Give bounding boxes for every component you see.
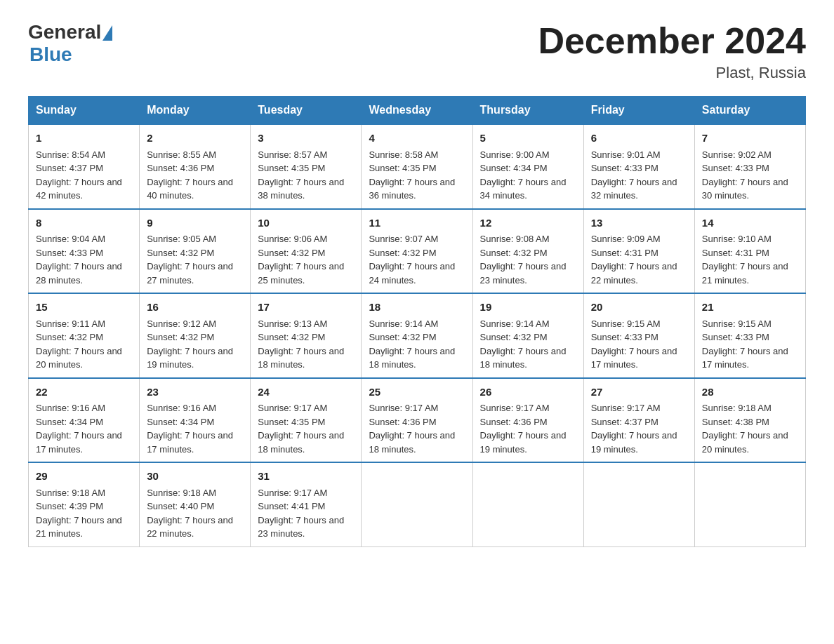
- calendar-cell: 27Sunrise: 9:17 AMSunset: 4:37 PMDayligh…: [583, 378, 694, 463]
- day-number: 23: [147, 384, 243, 401]
- location-label: Plast, Russia: [538, 64, 806, 82]
- day-number: 11: [369, 215, 465, 232]
- day-of-week-header: Friday: [583, 97, 694, 125]
- calendar-week-row: 1Sunrise: 8:54 AMSunset: 4:37 PMDaylight…: [29, 124, 806, 209]
- calendar-cell: 29Sunrise: 9:18 AMSunset: 4:39 PMDayligh…: [29, 462, 140, 546]
- day-number: 29: [36, 469, 132, 485]
- month-title: December 2024: [538, 21, 806, 61]
- day-number: 6: [591, 130, 687, 147]
- calendar-week-row: 15Sunrise: 9:11 AMSunset: 4:32 PMDayligh…: [29, 293, 806, 378]
- calendar-week-row: 29Sunrise: 9:18 AMSunset: 4:39 PMDayligh…: [29, 462, 806, 546]
- day-number: 19: [480, 300, 576, 316]
- calendar-cell: 15Sunrise: 9:11 AMSunset: 4:32 PMDayligh…: [29, 293, 140, 378]
- day-of-week-header: Tuesday: [251, 97, 362, 125]
- calendar-cell: 26Sunrise: 9:17 AMSunset: 4:36 PMDayligh…: [472, 378, 583, 463]
- calendar-cell: 14Sunrise: 9:10 AMSunset: 4:31 PMDayligh…: [694, 209, 805, 294]
- calendar-cell: 16Sunrise: 9:12 AMSunset: 4:32 PMDayligh…: [140, 293, 251, 378]
- calendar-cell: 19Sunrise: 9:14 AMSunset: 4:32 PMDayligh…: [472, 293, 583, 378]
- day-of-week-header: Monday: [140, 97, 251, 125]
- day-number: 15: [36, 300, 132, 316]
- calendar-cell: 1Sunrise: 8:54 AMSunset: 4:37 PMDaylight…: [29, 124, 140, 209]
- calendar-week-row: 22Sunrise: 9:16 AMSunset: 4:34 PMDayligh…: [29, 378, 806, 463]
- calendar-cell: [694, 462, 805, 546]
- calendar-cell: [583, 462, 694, 546]
- calendar-header-row: SundayMondayTuesdayWednesdayThursdayFrid…: [29, 97, 806, 125]
- logo: General Blue: [28, 21, 112, 66]
- day-number: 14: [702, 215, 798, 232]
- day-number: 1: [36, 130, 132, 147]
- day-number: 31: [258, 469, 354, 485]
- day-number: 10: [258, 215, 354, 232]
- day-number: 18: [369, 300, 465, 316]
- day-of-week-header: Sunday: [29, 97, 140, 125]
- calendar-cell: 28Sunrise: 9:18 AMSunset: 4:38 PMDayligh…: [694, 378, 805, 463]
- day-number: 17: [258, 300, 354, 316]
- calendar-cell: 31Sunrise: 9:17 AMSunset: 4:41 PMDayligh…: [251, 462, 362, 546]
- calendar-cell: 12Sunrise: 9:08 AMSunset: 4:32 PMDayligh…: [472, 209, 583, 294]
- calendar-cell: 10Sunrise: 9:06 AMSunset: 4:32 PMDayligh…: [251, 209, 362, 294]
- calendar-cell: 5Sunrise: 9:00 AMSunset: 4:34 PMDaylight…: [472, 124, 583, 209]
- calendar-cell: 25Sunrise: 9:17 AMSunset: 4:36 PMDayligh…: [362, 378, 472, 463]
- page-header: General Blue December 2024 Plast, Russia: [28, 21, 806, 82]
- calendar-cell: [362, 462, 472, 546]
- day-number: 13: [591, 215, 687, 232]
- logo-arrow-icon: [102, 25, 112, 41]
- calendar-cell: 22Sunrise: 9:16 AMSunset: 4:34 PMDayligh…: [29, 378, 140, 463]
- day-number: 5: [480, 130, 576, 147]
- calendar-cell: 7Sunrise: 9:02 AMSunset: 4:33 PMDaylight…: [694, 124, 805, 209]
- day-number: 20: [591, 300, 687, 316]
- calendar-cell: [472, 462, 583, 546]
- logo-general-text: General: [28, 21, 101, 43]
- day-number: 7: [702, 130, 798, 147]
- day-number: 24: [258, 384, 354, 401]
- day-number: 22: [36, 384, 132, 401]
- day-number: 4: [369, 130, 465, 147]
- calendar-table: SundayMondayTuesdayWednesdayThursdayFrid…: [28, 96, 806, 547]
- calendar-cell: 23Sunrise: 9:16 AMSunset: 4:34 PMDayligh…: [140, 378, 251, 463]
- day-of-week-header: Thursday: [472, 97, 583, 125]
- day-number: 30: [147, 469, 243, 485]
- day-number: 8: [36, 215, 132, 232]
- calendar-cell: 4Sunrise: 8:58 AMSunset: 4:35 PMDaylight…: [362, 124, 472, 209]
- calendar-cell: 9Sunrise: 9:05 AMSunset: 4:32 PMDaylight…: [140, 209, 251, 294]
- day-number: 16: [147, 300, 243, 316]
- calendar-cell: 21Sunrise: 9:15 AMSunset: 4:33 PMDayligh…: [694, 293, 805, 378]
- calendar-cell: 8Sunrise: 9:04 AMSunset: 4:33 PMDaylight…: [29, 209, 140, 294]
- day-number: 25: [369, 384, 465, 401]
- calendar-cell: 17Sunrise: 9:13 AMSunset: 4:32 PMDayligh…: [251, 293, 362, 378]
- calendar-cell: 11Sunrise: 9:07 AMSunset: 4:32 PMDayligh…: [362, 209, 472, 294]
- calendar-cell: 2Sunrise: 8:55 AMSunset: 4:36 PMDaylight…: [140, 124, 251, 209]
- title-area: December 2024 Plast, Russia: [538, 21, 806, 82]
- day-number: 21: [702, 300, 798, 316]
- calendar-cell: 20Sunrise: 9:15 AMSunset: 4:33 PMDayligh…: [583, 293, 694, 378]
- calendar-cell: 18Sunrise: 9:14 AMSunset: 4:32 PMDayligh…: [362, 293, 472, 378]
- calendar-cell: 30Sunrise: 9:18 AMSunset: 4:40 PMDayligh…: [140, 462, 251, 546]
- calendar-cell: 3Sunrise: 8:57 AMSunset: 4:35 PMDaylight…: [251, 124, 362, 209]
- calendar-cell: 24Sunrise: 9:17 AMSunset: 4:35 PMDayligh…: [251, 378, 362, 463]
- day-number: 2: [147, 130, 243, 147]
- day-number: 12: [480, 215, 576, 232]
- calendar-cell: 6Sunrise: 9:01 AMSunset: 4:33 PMDaylight…: [583, 124, 694, 209]
- day-number: 27: [591, 384, 687, 401]
- day-of-week-header: Wednesday: [362, 97, 472, 125]
- day-number: 3: [258, 130, 354, 147]
- logo-blue-text: Blue: [29, 43, 72, 66]
- calendar-cell: 13Sunrise: 9:09 AMSunset: 4:31 PMDayligh…: [583, 209, 694, 294]
- day-number: 9: [147, 215, 243, 232]
- calendar-week-row: 8Sunrise: 9:04 AMSunset: 4:33 PMDaylight…: [29, 209, 806, 294]
- day-of-week-header: Saturday: [694, 97, 805, 125]
- day-number: 26: [480, 384, 576, 401]
- day-number: 28: [702, 384, 798, 401]
